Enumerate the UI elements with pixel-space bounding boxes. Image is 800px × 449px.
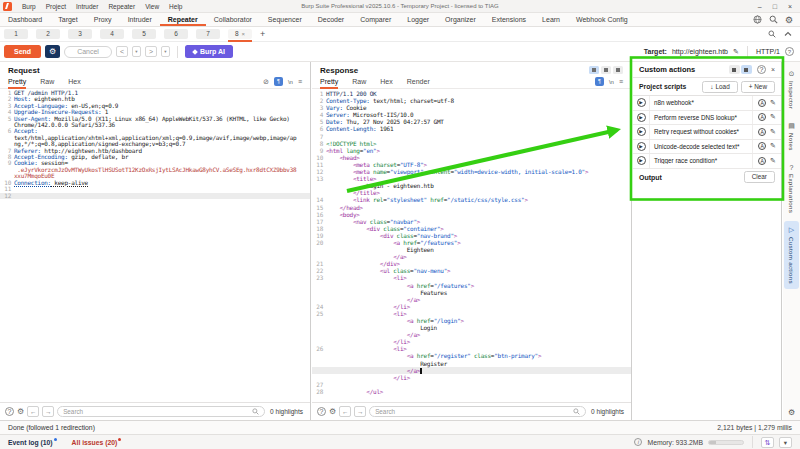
response-search-input[interactable]	[375, 408, 573, 415]
response-tab-render[interactable]: Render	[407, 75, 430, 89]
search-tabs-icon[interactable]	[768, 30, 776, 38]
main-tab-collaborator[interactable]: Collaborator	[206, 13, 260, 26]
menu-help[interactable]: Help	[164, 3, 187, 10]
search-settings-icon[interactable]: ⚙	[329, 407, 336, 416]
search-prev-icon[interactable]: ←	[339, 406, 351, 417]
editor-menu-icon[interactable]: ≡	[298, 78, 302, 85]
clear-output-button[interactable]: Clear	[744, 171, 775, 183]
ai-assist-icon[interactable]: A	[758, 113, 766, 121]
event-log-link[interactable]: Event log (10)	[8, 439, 57, 446]
play-icon[interactable]: ▶	[637, 127, 646, 136]
request-tab-raw[interactable]: Raw	[40, 75, 54, 89]
minimize-button[interactable]: –	[758, 3, 762, 10]
burp-ai-button[interactable]: Burp AI	[185, 45, 233, 58]
edit-script-icon[interactable]: ✎	[770, 157, 776, 165]
edit-script-icon[interactable]: ✎	[770, 99, 776, 107]
ai-assist-icon[interactable]: A	[758, 142, 766, 150]
custom-actions-help-icon[interactable]: ?	[757, 65, 766, 74]
search-settings-icon[interactable]: ⚙	[17, 407, 24, 416]
search-help-icon[interactable]: ?	[317, 407, 326, 416]
history-forward-dropdown[interactable]: ▾	[161, 46, 170, 57]
history-back-button[interactable]: <	[116, 46, 128, 57]
play-icon[interactable]: ▶	[637, 113, 646, 122]
search-help-icon[interactable]: ?	[5, 407, 14, 416]
play-icon[interactable]: ▶	[637, 156, 646, 165]
layout-rows-button[interactable]	[601, 66, 611, 74]
custom-actions-close-icon[interactable]: ×	[771, 66, 775, 73]
side-tab-explanations[interactable]: ?Explanations	[784, 159, 799, 218]
main-tab-intruder[interactable]: Intruder	[120, 13, 160, 26]
main-tab-extensions[interactable]: Extensions	[484, 13, 534, 26]
edit-script-icon[interactable]: ✎	[770, 113, 776, 121]
side-tab-notes[interactable]: ▤Notes	[784, 117, 799, 156]
all-issues-link[interactable]: All issues (20)	[72, 439, 122, 446]
cancel-button[interactable]: Cancel	[64, 46, 112, 58]
newline-toggle-icon[interactable]: \n	[609, 79, 614, 85]
newline-toggle-icon[interactable]: \n	[288, 79, 293, 85]
script-row[interactable]: ▶Retry request without cookies*A✎	[633, 125, 781, 140]
response-tab-pretty[interactable]: Pretty	[320, 75, 338, 89]
script-row[interactable]: ▶Perform reverse DNS lookup*A✎	[633, 111, 781, 126]
main-tab-dashboard[interactable]: Dashboard	[0, 13, 50, 26]
ai-assist-icon[interactable]: A	[758, 99, 766, 107]
main-tab-webhook-config[interactable]: Webhook Config	[568, 13, 636, 26]
response-viewer[interactable]: 1HTTP/1.1 200 OK2Content-Type: text/html…	[312, 90, 631, 402]
play-icon[interactable]: ▶	[637, 142, 646, 151]
repeater-tab-7[interactable]: 7	[196, 29, 220, 39]
repeater-tab-2[interactable]: 2	[36, 29, 60, 39]
editor-menu-icon[interactable]: ≡	[619, 78, 623, 85]
history-back-dropdown[interactable]: ▾	[132, 46, 141, 57]
ai-assist-icon[interactable]: A	[758, 128, 766, 136]
menu-burp[interactable]: Burp	[17, 3, 41, 10]
play-icon[interactable]: ▶	[637, 98, 646, 107]
new-script-button[interactable]: + New	[741, 81, 775, 93]
side-tab-custom-actions[interactable]: ▷Custom actions	[784, 221, 799, 289]
statusbar-expand-chevron[interactable]: ▾	[779, 437, 792, 448]
search-next-icon[interactable]: →	[42, 406, 54, 417]
main-tab-organizer[interactable]: Organizer	[437, 13, 484, 26]
request-editor[interactable]: 1GET /admin HTTP/1.12Host: eighteen.htb3…	[0, 90, 310, 402]
main-tab-decoder[interactable]: Decoder	[310, 13, 352, 26]
add-tab-button[interactable]: +	[260, 29, 265, 39]
close-button[interactable]: ×	[788, 3, 792, 10]
script-row[interactable]: ▶Unicode-decode selected text*A✎	[633, 140, 781, 155]
request-tab-pretty[interactable]: Pretty	[8, 75, 26, 89]
history-forward-button[interactable]: >	[145, 46, 157, 57]
main-tab-learn[interactable]: Learn	[534, 13, 568, 26]
search-prev-icon[interactable]: ←	[27, 406, 39, 417]
response-tab-hex[interactable]: Hex	[380, 75, 392, 89]
menu-view[interactable]: View	[140, 3, 164, 10]
panel-view-toggle-right[interactable]	[741, 65, 752, 74]
edit-script-icon[interactable]: ✎	[770, 142, 776, 150]
ai-assist-icon[interactable]: A	[758, 157, 766, 165]
repeater-tab-6[interactable]: 6	[164, 29, 188, 39]
menu-project[interactable]: Project	[41, 3, 71, 10]
edit-script-icon[interactable]: ✎	[770, 128, 776, 136]
panel-view-toggle-left[interactable]	[729, 65, 740, 74]
request-tab-hex[interactable]: Hex	[68, 75, 80, 89]
repeater-tab-3[interactable]: 3	[68, 29, 92, 39]
collapse-chevron-icon[interactable]	[784, 31, 792, 37]
edit-target-icon[interactable]: ✎	[733, 48, 739, 56]
side-tab-inspector[interactable]: ⊙Inspector	[784, 65, 799, 114]
memory-actions-icon[interactable]: ⇅	[761, 437, 774, 448]
maximize-button[interactable]: □	[773, 3, 777, 10]
sidebar-settings-gear-icon[interactable]: ⚙	[783, 408, 800, 417]
repeater-tab-5[interactable]: 5	[132, 29, 156, 39]
repeater-tab-4[interactable]: 4	[100, 29, 124, 39]
menu-intruder[interactable]: Intruder	[71, 3, 103, 10]
http-version-help-icon[interactable]: ?	[785, 47, 794, 56]
syntax-highlight-icon[interactable]: ¶	[595, 77, 604, 86]
layout-columns-button[interactable]	[589, 66, 599, 74]
syntax-highlight-icon[interactable]: ¶	[274, 77, 283, 86]
send-button[interactable]: Send	[4, 45, 41, 58]
main-tab-comparer[interactable]: Comparer	[352, 13, 399, 26]
main-tab-sequencer[interactable]: Sequencer	[260, 13, 310, 26]
main-tab-repeater[interactable]: Repeater	[160, 13, 206, 26]
search-next-icon[interactable]: →	[354, 406, 366, 417]
repeater-tab-8[interactable]: 8×	[228, 29, 252, 39]
repeater-tab-1[interactable]: 1	[4, 29, 28, 39]
response-tab-raw[interactable]: Raw	[352, 75, 366, 89]
main-tab-proxy[interactable]: Proxy	[86, 13, 120, 26]
http-version[interactable]: HTTP/1	[756, 48, 780, 55]
